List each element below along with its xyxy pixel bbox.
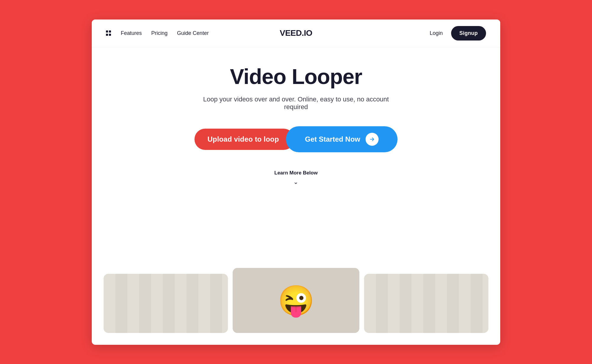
nav-pricing-link[interactable]: Pricing xyxy=(151,30,168,36)
hero-subtitle: Loop your videos over and over. Online, … xyxy=(192,96,400,111)
navbar: Features Pricing Guide Center VEED.IO Lo… xyxy=(92,20,500,47)
preview-row: 😜 xyxy=(104,268,488,333)
grid-icon[interactable] xyxy=(106,30,111,36)
nav-guide-link[interactable]: Guide Center xyxy=(177,30,209,36)
preview-card-right xyxy=(364,274,488,333)
signup-button[interactable]: Signup xyxy=(451,26,486,41)
learn-more-section: Learn More Below ⌄ xyxy=(274,170,318,185)
arrow-icon xyxy=(366,133,379,146)
nav-features-link[interactable]: Features xyxy=(121,30,142,36)
preview-stripes-left xyxy=(104,274,228,333)
cta-container: Upload video to loop Get Started Now xyxy=(194,126,398,152)
emoji-balloon: 😜 xyxy=(278,286,315,315)
site-logo[interactable]: VEED.IO xyxy=(280,28,312,38)
login-link[interactable]: Login xyxy=(430,30,443,36)
nav-left: Features Pricing Guide Center xyxy=(106,30,209,36)
preview-stripes-right xyxy=(364,274,488,333)
nav-right: Login Signup xyxy=(430,26,486,41)
hero-section: Video Looper Loop your videos over and o… xyxy=(92,47,500,345)
hero-title: Video Looper xyxy=(230,65,362,88)
preview-card-center: 😜 xyxy=(233,268,359,333)
preview-card-left xyxy=(104,274,228,333)
get-started-label: Get Started Now xyxy=(305,135,360,143)
browser-window: Features Pricing Guide Center VEED.IO Lo… xyxy=(92,20,500,345)
learn-more-text: Learn More Below xyxy=(274,170,318,176)
upload-video-button[interactable]: Upload video to loop xyxy=(194,129,294,150)
get-started-button[interactable]: Get Started Now xyxy=(286,126,398,152)
chevron-down-icon: ⌄ xyxy=(293,179,298,185)
